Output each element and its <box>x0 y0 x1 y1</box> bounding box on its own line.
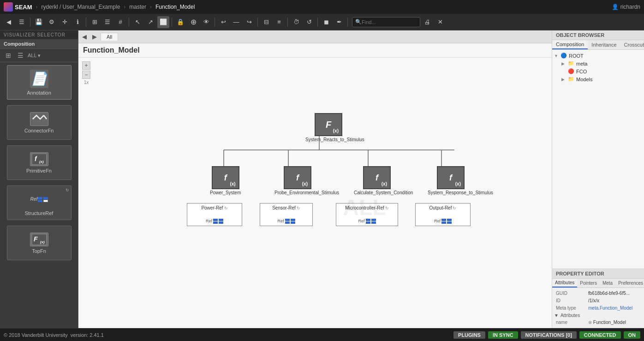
prop-val-metatype[interactable]: meta.Function_Model <box>588 305 640 311</box>
sep4 <box>172 18 172 27</box>
node-power-box: f (x) <box>212 166 239 189</box>
corner-btn[interactable]: ↗ <box>144 16 156 28</box>
prop-collapse-icon: ▼ <box>554 313 559 318</box>
redo-btn[interactable]: ↪ <box>243 16 255 28</box>
sidebar-section: Composition <box>0 39 78 49</box>
history-btn[interactable]: ⏱ <box>290 16 302 28</box>
prop-val-name: ⊗ Function_Model <box>588 320 640 325</box>
node-response[interactable]: f (x) System_Response_to_Stimulus <box>428 166 474 195</box>
canvas-title: Function_Model <box>78 43 552 58</box>
ref-output[interactable]: Output-Ref ↻ Ref <box>415 203 471 226</box>
search-icon: 🔍 <box>355 19 362 25</box>
canvas-content[interactable]: + − 1x F (x) <box>78 58 552 328</box>
prop-row-metatype: Meta type meta.Function_Model <box>554 305 642 312</box>
in-sync-btn[interactable]: IN SYNC <box>488 331 518 339</box>
node-calculate[interactable]: f (x) Calculate_System_Condition <box>354 166 400 195</box>
breadcrumb-project[interactable]: ryderkl / User_Manual_Example <box>42 4 120 10</box>
add-btn[interactable]: ⊕ <box>187 16 199 28</box>
property-editor: PROPERTY EDITOR Attributes Pointers Meta… <box>552 269 644 328</box>
grid-view-btn[interactable]: ⊞ <box>4 51 13 60</box>
ref-micro[interactable]: Microcontroller-Ref ↻ Ref <box>336 203 398 226</box>
sep7 <box>287 18 288 27</box>
node-probe[interactable]: f (x) Probe_Environmental_Stimulus <box>274 166 321 195</box>
prop-tab-meta[interactable]: Meta <box>600 279 615 287</box>
list-btn[interactable]: ☰ <box>101 16 113 28</box>
tree-root-label: ROOT <box>569 53 584 59</box>
history2-btn[interactable]: ↺ <box>303 16 315 28</box>
tree-root-arrow: ▼ <box>554 54 559 58</box>
ref-power-label: Power-Ref ↻ <box>201 205 227 210</box>
connected-btn[interactable]: CONNECTED <box>579 331 621 339</box>
tab-fwd-btn[interactable]: ▶ <box>90 32 99 41</box>
prop-key-id: ID <box>556 298 588 303</box>
structure-ref-label: StructureRef <box>25 210 54 216</box>
sep2: › <box>124 4 125 10</box>
toolbar: ◀ ☰ 💾 ⚙ ✛ ℹ ⊞ ☰ # ↖ ↗ ⬜ 🔒 ⊕ 👁 ↩ — ↪ ⊟ ≡ … <box>0 14 644 30</box>
filter-label[interactable]: ALL ▾ <box>28 53 41 59</box>
sidebar-controls: ⊞ ☰ ALL ▾ <box>0 49 78 62</box>
zoom-out-btn[interactable]: − <box>82 71 90 79</box>
list-view-btn[interactable]: ☰ <box>16 51 25 60</box>
select-btn[interactable]: ⬜ <box>157 16 169 28</box>
obj-browser-tree: ▼ 🔵 ROOT ▶ 📁 meta 🔴 FCO ▶ 📁 Mo <box>552 50 644 269</box>
prop-tab-preferences[interactable]: Preferences <box>615 279 644 287</box>
prop-tab-pointers[interactable]: Pointers <box>577 279 600 287</box>
close-btn[interactable]: ✕ <box>434 16 446 28</box>
canvas-tab-all[interactable]: All <box>101 33 118 41</box>
pen-btn[interactable]: ✒ <box>333 16 345 28</box>
sidebar-item-top-fn[interactable]: F (x) TopFn <box>7 226 72 260</box>
tab-composition[interactable]: Composition <box>552 40 588 49</box>
menu-btn[interactable]: ☰ <box>16 16 28 28</box>
prop-editor-header: PROPERTY EDITOR <box>552 269 644 279</box>
save-btn[interactable]: 💾 <box>33 16 45 28</box>
back-btn[interactable]: ◀ <box>3 16 15 28</box>
notifications-btn[interactable]: NOTIFICATIONS [0] <box>521 331 577 339</box>
align-btn[interactable]: ⊟ <box>260 16 272 28</box>
cursor-btn[interactable]: ↖ <box>131 16 143 28</box>
zoom-in-btn[interactable]: + <box>82 61 90 70</box>
prop-tab-attributes[interactable]: Attributes <box>552 279 577 287</box>
node-root[interactable]: F (x) System_Reacts_to_Stimulus <box>305 113 352 142</box>
tab-back-btn[interactable]: ◀ <box>80 32 89 41</box>
crosshair-btn[interactable]: ✛ <box>59 16 71 28</box>
sep2 <box>86 18 86 27</box>
hash-btn[interactable]: # <box>114 16 126 28</box>
svg-text:(x): (x) <box>40 240 45 244</box>
on-btn[interactable]: ON <box>624 331 641 339</box>
tree-models[interactable]: ▶ 📁 Models <box>561 75 642 83</box>
tree-meta[interactable]: ▶ 📁 meta <box>561 60 642 67</box>
tab-inheritance[interactable]: Inheritance <box>588 40 620 49</box>
plugins-btn[interactable]: PLUGINS <box>453 331 485 339</box>
ref-power[interactable]: Power-Ref ↻ Ref <box>187 203 242 226</box>
tree-fco[interactable]: 🔴 FCO <box>561 67 642 75</box>
sidebar-item-annotation[interactable]: 📄 Annotation <box>7 65 72 100</box>
node-power-system[interactable]: f (x) Power_System <box>210 166 241 195</box>
ref-sensor[interactable]: Sensor-Ref ↻ Ref <box>260 203 313 226</box>
sidebar-item-structure-ref[interactable]: ↻ Ref StructureRef <box>7 185 72 220</box>
breadcrumb-model[interactable]: Function_Model <box>155 4 195 10</box>
fco-icon: 🔴 <box>568 68 574 74</box>
breadcrumb-branch[interactable]: master <box>129 4 146 10</box>
undo-btn[interactable]: ↩ <box>217 16 229 28</box>
search-input[interactable] <box>362 19 417 25</box>
dash-btn[interactable]: — <box>230 16 242 28</box>
settings-btn[interactable]: ⚙ <box>46 16 58 28</box>
print-btn[interactable]: 🖨 <box>421 16 433 28</box>
seam-logo <box>4 2 13 12</box>
grid-btn[interactable]: ⊞ <box>89 16 101 28</box>
info-btn[interactable]: ℹ <box>72 16 83 28</box>
node-probe-box: f (x) <box>284 166 311 189</box>
fill-btn[interactable]: ◼ <box>320 16 332 28</box>
distribute-btn[interactable]: ≡ <box>273 16 285 28</box>
tree-root[interactable]: ▼ 🔵 ROOT <box>554 52 642 60</box>
lock-btn[interactable]: 🔒 <box>174 16 186 28</box>
eye-btn[interactable]: 👁 <box>200 16 212 28</box>
search-box[interactable]: 🔍 <box>352 17 420 27</box>
node-response-box: f (x) <box>437 166 465 189</box>
top-fn-label: TopFn <box>32 248 46 254</box>
sidebar-item-connector-fn[interactable]: ConnectorFn <box>7 105 72 140</box>
sep6 <box>257 18 258 27</box>
sidebar-item-primitive-fn[interactable]: f (x) PrimitiveFn <box>7 145 72 180</box>
copyright: © 2018 Vanderbilt University <box>4 332 68 338</box>
tab-crosscut[interactable]: Crosscut <box>620 40 644 49</box>
